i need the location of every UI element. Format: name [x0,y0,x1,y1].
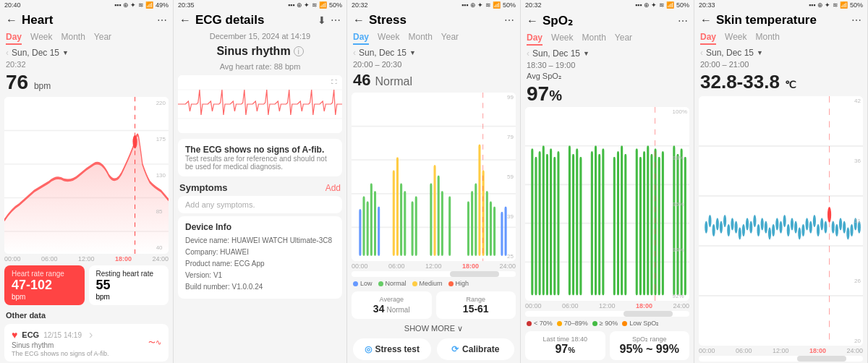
nav-tabs-4: Day Week Month Year [521,31,694,47]
resting-unit: bpm [96,293,162,301]
ecg-result-sub: Test results are for reference and shoul… [185,155,335,171]
ecg-label: ECG [22,330,39,339]
ecg-chevron[interactable]: › [89,328,93,341]
prev-arrow-4[interactable]: ‹ [527,48,529,59]
stress-test-btn[interactable]: ◎ Stress test [353,338,431,360]
download-icon[interactable]: ⬇ [318,14,326,26]
svg-point-6 [132,135,137,149]
show-more-btn[interactable]: SHOW MORE ∨ [347,322,520,336]
version: Version: V1 [185,270,335,281]
svg-point-127 [846,227,849,239]
back-arrow-5[interactable]: ← [700,14,712,27]
symptoms-placeholder[interactable]: Add any symptoms. [178,196,342,213]
legend-critical: < 70% [527,320,553,327]
prev-arrow-3[interactable]: ‹ [353,48,356,58]
range-label: Range [442,296,511,303]
svg-rect-36 [475,183,477,255]
info-icon[interactable]: i [294,46,304,56]
more-icon-4[interactable]: ⋯ [678,15,688,27]
ecg-result-title: The ECG shows no signs of A-fib. [185,145,335,155]
svg-rect-50 [531,148,533,295]
tab-year-4[interactable]: Year [615,33,632,46]
ecg-result: The ECG shows no signs of A-fib. Test re… [178,139,342,176]
prev-arrow-1[interactable]: ‹ [6,48,9,58]
add-button[interactable]: Add [326,183,341,193]
bpm-unit-1: bpm [34,81,51,91]
spo2-last-label: Last time 18:40 [531,336,600,343]
tab-day-5[interactable]: Day [700,32,716,45]
tab-month-5[interactable]: Month [755,32,779,45]
dropdown-arrow-1[interactable]: ▼ [62,49,69,56]
back-arrow-1[interactable]: ← [6,14,17,27]
date-label-5: Sun, Dec 15 [706,48,754,58]
date-label-3: Sun, Dec 15 [359,48,407,58]
nav-tabs-3: Day Week Month Year [347,30,520,46]
spo2-big-value: 97% [521,82,694,106]
action-buttons: ◎ Stress test ⟳ Calibrate [347,336,520,363]
tab-year-1[interactable]: Year [94,32,111,45]
p2-rhythm: Sinus rhythm [216,43,290,59]
tab-week-5[interactable]: Week [725,32,746,45]
more-icon-3[interactable]: ⋯ [504,14,514,26]
back-arrow-3[interactable]: ← [353,14,365,27]
svg-rect-20 [370,183,373,255]
svg-rect-57 [557,151,559,295]
tab-day-3[interactable]: Day [353,32,369,45]
avg-normal: Normal [386,306,409,314]
tab-week-1[interactable]: Week [30,32,52,45]
date-label-4: Sun, Dec 15 [532,48,580,59]
legend-low-spo2: 70–89% [557,320,588,327]
stress-legend: Low Normal Medium High [347,278,520,289]
svg-point-96 [735,221,738,234]
temp-value: 32.8-33.8 ℃ [694,69,867,95]
more-icon-2[interactable]: ⋯ [331,14,341,26]
tab-month-3[interactable]: Month [408,32,432,45]
more-icon-1[interactable]: ⋯ [157,14,167,26]
nav-tabs-5: Day Week Month [694,30,867,46]
date-row-3: ‹ Sun, Dec 15 ▼ [347,46,520,59]
time-5: 20:33 [699,1,715,9]
scroll-indicator-4[interactable] [525,311,689,317]
critical-dot [527,321,532,326]
dropdown-arrow-4[interactable]: ▼ [583,50,590,57]
ecg-panel: 20:35 ▪▪▪ ⊕ ✦ ≋ 📶 50% ← ECG details ⬇ ⋯ … [174,0,347,363]
svg-point-98 [742,224,745,236]
tab-week-3[interactable]: Week [378,32,399,45]
tab-month-4[interactable]: Month [582,33,605,46]
hr-range-unit: bpm [12,293,77,301]
svg-rect-53 [542,146,545,296]
svg-rect-71 [639,157,642,295]
date-row-1: ‹ Sun, Dec 15 ▼ [0,46,173,59]
tab-year-3[interactable]: Year [441,32,459,45]
spo2-last-value: 97% [531,343,600,356]
prev-arrow-5[interactable]: ‹ [700,48,703,58]
tab-day-4[interactable]: Day [527,33,542,46]
svg-point-112 [794,221,797,234]
svg-point-95 [731,218,733,230]
heart-icon: ♥ [12,329,17,341]
svg-rect-28 [415,196,417,255]
dropdown-arrow-3[interactable]: ▼ [409,49,416,56]
header-1: ← Heart ⋯ [0,10,173,30]
ecg-row[interactable]: ♥ ECG 12/15 14:19 › Sinus rhythm The ECG… [4,324,169,362]
back-arrow-2[interactable]: ← [179,14,191,27]
header-icons-1: ⋯ [157,14,167,26]
tab-month-1[interactable]: Month [61,32,85,45]
back-arrow-4[interactable]: ← [527,14,538,27]
svg-rect-65 [602,148,604,295]
tab-week-4[interactable]: Week [551,33,573,46]
svg-rect-45 [525,107,689,301]
more-icon-5[interactable]: ⋯ [851,14,861,26]
svg-rect-26 [404,191,406,256]
skin-temp-panel: 20:33 ▪▪▪ ⊕ ✦ ≋ 📶 50% ← Skin temperature… [694,0,868,363]
scroll-indicator-5[interactable] [699,356,863,362]
svg-rect-27 [412,202,414,256]
ecg-rhythm: Sinus rhythm [12,341,109,349]
svg-point-128 [850,224,853,236]
spo2-percent: % [549,87,562,103]
svg-rect-54 [546,154,548,295]
scroll-indicator-3[interactable] [352,271,516,277]
calibrate-btn[interactable]: ⟳ Calibrate [437,338,515,360]
tab-day-1[interactable]: Day [6,32,22,45]
dropdown-arrow-5[interactable]: ▼ [757,49,763,56]
